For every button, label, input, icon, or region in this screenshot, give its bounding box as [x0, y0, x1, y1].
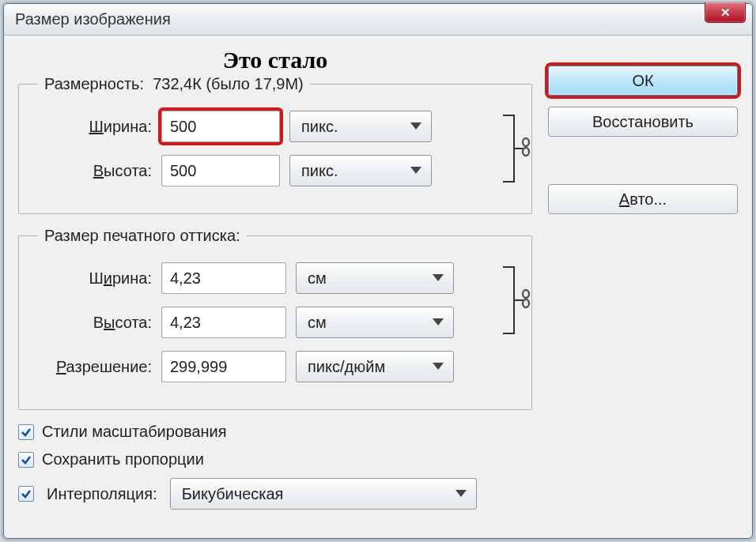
pixel-size-current: 732,4К: [153, 75, 202, 92]
resolution-label: Разрешение:: [33, 358, 152, 376]
pixel-height-row: Высота: пикс.: [33, 155, 517, 186]
reset-button-label: Восстановить: [592, 113, 694, 131]
dialog-content: Это стало Размерность: 732,4К (было 17,9…: [4, 36, 752, 538]
print-width-input[interactable]: [161, 262, 286, 294]
reset-button[interactable]: Восстановить: [548, 107, 738, 137]
svg-marker-5: [433, 318, 444, 326]
print-height-label: Высота:: [33, 314, 152, 332]
print-width-unit-dropdown[interactable]: см: [296, 262, 454, 294]
scale-styles-checkbox[interactable]: [18, 424, 34, 440]
chevron-down-icon: [433, 363, 444, 371]
print-height-input[interactable]: [161, 307, 286, 338]
constrain-label: Сохранить пропорции: [42, 450, 204, 469]
print-dimensions-legend: Размер печатного оттиска:: [38, 227, 247, 245]
ok-button-label: ОК: [632, 72, 653, 90]
resolution-unit-dropdown[interactable]: пикс/дюйм: [296, 351, 454, 382]
chain-link-icon: [519, 137, 533, 157]
checkmark-icon: [21, 488, 32, 499]
print-width-unit-value: см: [308, 269, 327, 288]
svg-marker-9: [455, 490, 467, 497]
auto-button[interactable]: Авто...: [548, 184, 738, 214]
chevron-down-icon: [410, 122, 421, 130]
svg-marker-4: [433, 274, 444, 281]
window-title: Размер изображения: [15, 10, 171, 28]
pixel-size-was: (было 17,9М): [206, 75, 303, 92]
svg-point-8: [523, 299, 529, 307]
interpolation-label: Интерполяция:: [47, 485, 157, 503]
pixel-width-unit-value: пикс.: [301, 118, 338, 136]
pixel-width-input[interactable]: [161, 111, 280, 142]
pixel-width-row: Ширина: пикс.: [33, 111, 517, 142]
auto-button-label: Авто...: [619, 190, 667, 209]
constrain-checkbox[interactable]: [18, 452, 34, 468]
chevron-down-icon: [410, 167, 421, 175]
svg-point-2: [523, 138, 529, 146]
pixel-height-input[interactable]: [161, 155, 280, 186]
checkmark-icon: [21, 427, 32, 438]
annotation-text: Это стало: [18, 47, 532, 73]
dialog-window: Размер изображения ✕ Это стало Размернос…: [3, 3, 753, 539]
scale-styles-row: Стили масштабирования: [18, 423, 532, 441]
print-height-unit-value: см: [308, 314, 327, 332]
close-button[interactable]: ✕: [705, 2, 746, 23]
chevron-down-icon: [455, 490, 467, 498]
print-dimensions-group: Размер печатного оттиска: Ширина: см Выс…: [18, 227, 532, 410]
resolution-unit-value: пикс/дюйм: [308, 358, 385, 376]
print-width-label: Ширина:: [33, 269, 152, 288]
close-icon: ✕: [720, 6, 731, 20]
svg-point-7: [523, 290, 529, 298]
constrain-row: Сохранить пропорции: [18, 450, 532, 469]
pixel-height-unit-value: пикс.: [301, 162, 338, 180]
pixel-width-label: Ширина:: [33, 118, 152, 136]
interpolation-checkbox[interactable]: [18, 486, 34, 502]
print-width-row: Ширина: см: [33, 262, 517, 294]
chevron-down-icon: [433, 274, 444, 282]
options-group: Стили масштабирования Сохранить пропорци…: [18, 423, 532, 510]
svg-marker-1: [410, 167, 421, 174]
chevron-down-icon: [433, 318, 444, 326]
svg-point-3: [523, 148, 529, 156]
main-column: Это стало Размерность: 732,4К (было 17,9…: [18, 47, 532, 524]
resolution-row: Разрешение: пикс/дюйм: [33, 351, 517, 382]
side-column: ОК Восстановить Авто...: [548, 47, 738, 524]
checkmark-icon: [21, 454, 32, 465]
pixel-width-unit-dropdown[interactable]: пикс.: [289, 111, 432, 142]
svg-marker-0: [410, 122, 421, 130]
ok-button[interactable]: ОК: [548, 66, 738, 96]
pixel-legend-prefix: Размерность:: [44, 75, 144, 92]
interpolation-row: Интерполяция: Бикубическая: [18, 478, 532, 510]
pixel-height-label: Высота:: [33, 162, 152, 180]
interpolation-value: Бикубическая: [182, 485, 284, 503]
print-height-row: Высота: см: [33, 307, 517, 338]
resolution-input[interactable]: [161, 351, 286, 382]
pixel-height-unit-dropdown[interactable]: пикс.: [289, 155, 432, 186]
interpolation-dropdown[interactable]: Бикубическая: [170, 478, 477, 510]
pixel-dimensions-group: Размерность: 732,4К (было 17,9М) Ширина:…: [18, 75, 532, 214]
chain-link-icon: [519, 288, 533, 309]
svg-marker-6: [433, 363, 444, 370]
scale-styles-label: Стили масштабирования: [42, 423, 227, 441]
pixel-dimensions-legend: Размерность: 732,4К (было 17,9М): [38, 75, 310, 93]
print-height-unit-dropdown[interactable]: см: [296, 307, 454, 338]
titlebar: Размер изображения ✕: [4, 4, 752, 36]
